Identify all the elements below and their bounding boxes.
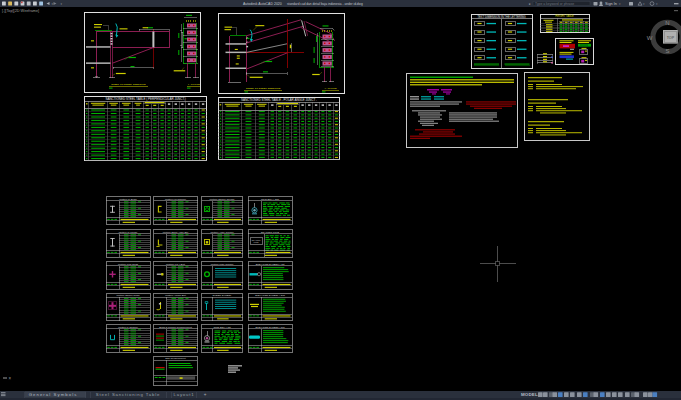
svg-text:Multiple W Beam: Multiple W Beam — [119, 198, 137, 200]
svg-text:ELEVATION SYMBOL # 1st: ELEVATION SYMBOL # 1st — [256, 263, 285, 265]
svg-text:SANCTIONED STEEL TABLE ( PERPE: SANCTIONED STEEL TABLE ( PERPENDICULAR J… — [105, 97, 185, 101]
svg-text:4 - FLOOR: 4 - FLOOR — [187, 83, 200, 86]
svg-text:MODEL: MODEL — [521, 392, 538, 397]
svg-text:GRID BOX # 1st: GRID BOX # 1st — [213, 326, 230, 328]
svg-text:SANCTIONED STEEL TABLE - POLAR: SANCTIONED STEEL TABLE - POLAR ANGLE JUN… — [241, 98, 317, 102]
svg-text:Multiple Square Cross: Multiple Square Cross — [117, 294, 141, 296]
svg-text:+: + — [204, 392, 207, 397]
svg-text:STEEL TO STEEL JUNCTION: STEEL TO STEEL JUNCTION — [111, 83, 146, 86]
svg-text:standard cad dan detail baja i: standard cad dan detail baja indonesia -… — [287, 2, 363, 6]
svg-text:ELEVATION SYMBOL # 2nd: ELEVATION SYMBOL # 2nd — [255, 294, 285, 296]
svg-text:Type a keyword or phrase: Type a keyword or phrase — [535, 2, 574, 6]
svg-text:Multiple Fing Cross: Multiple Fing Cross — [118, 263, 139, 265]
svg-text:SLIDER SYMBOL: SLIDER SYMBOL — [213, 294, 232, 296]
svg-text:Multiple Fur 4 Bolt: Multiple Fur 4 Bolt — [166, 263, 185, 265]
svg-text:Multiple Equal Angle Bar: Multiple Equal Angle Bar — [163, 231, 189, 233]
svg-text:W: W — [647, 35, 653, 41]
svg-text:TOP: TOP — [667, 36, 675, 40]
svg-text:Multiple W Flange: Multiple W Flange — [119, 231, 138, 233]
svg-text:STEEL TO STEEL JUNCTION: STEEL TO STEEL JUNCTION — [246, 87, 281, 90]
svg-text:Steel Sanctioning Table: Steel Sanctioning Table — [96, 392, 160, 397]
svg-text:General Symbols: General Symbols — [29, 392, 78, 397]
svg-text:Multiple Lip Channel: Multiple Lip Channel — [165, 198, 187, 200]
svg-text:GRID BOX # 2nd: GRID BOX # 2nd — [261, 198, 280, 200]
svg-text:HEIGHT TABLE: HEIGHT TABLE — [555, 14, 574, 18]
svg-text:TITLE: TITLE — [254, 241, 260, 243]
svg-text:Multiple Tube Column: Multiple Tube Column — [211, 263, 234, 265]
svg-text:▸: ▸ — [529, 2, 531, 6]
svg-text:Multiple Square Column: Multiple Square Column — [210, 198, 236, 200]
svg-text:4 - FLOOR: 4 - FLOOR — [324, 87, 337, 90]
svg-text:Sign In: Sign In — [605, 2, 617, 6]
svg-text:Multiple U Channel: Multiple U Channel — [118, 326, 138, 328]
svg-text:TEXT DIMENSION IN THE LETTERIN: TEXT DIMENSION IN THE LETTERING — [477, 15, 525, 19]
svg-text:×: × — [9, 376, 12, 381]
svg-text:Autodesk AutoCAD 2020: Autodesk AutoCAD 2020 — [243, 2, 282, 6]
svg-text:Multiple Anchor Bolt: Multiple Anchor Bolt — [165, 294, 186, 296]
svg-text:Saw Reinforcement: Saw Reinforcement — [165, 357, 186, 359]
svg-text:Layout1: Layout1 — [174, 392, 195, 397]
svg-text:DRAWING TITLE: DRAWING TITLE — [261, 231, 280, 233]
svg-text:S: S — [665, 48, 669, 54]
svg-text:Beam & Column Reinforcement: Beam & Column Reinforcement — [159, 326, 192, 328]
svg-text:Multiple Angle Column: Multiple Angle Column — [210, 231, 234, 233]
svg-text:[-][Top][2D Wireframe]: [-][Top][2D Wireframe] — [2, 9, 39, 13]
svg-text:N: N — [665, 20, 669, 26]
svg-text:ELEVATION SYMBOL # 3rd: ELEVATION SYMBOL # 3rd — [256, 326, 286, 328]
